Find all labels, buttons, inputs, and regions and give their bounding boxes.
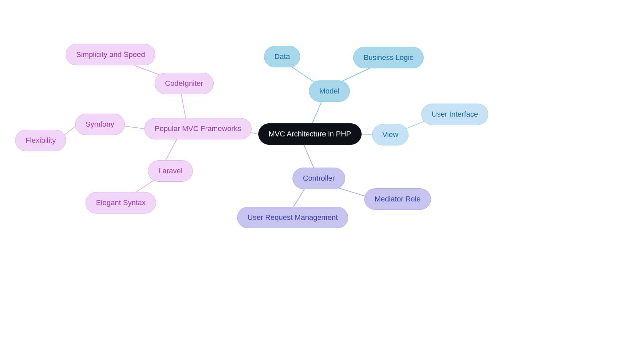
view-label: View — [382, 130, 398, 139]
business-logic-node[interactable]: Business Logic — [353, 47, 424, 68]
user-interface-label: User Interface — [432, 110, 478, 119]
user-interface-node[interactable]: User Interface — [421, 104, 488, 125]
mediator-node[interactable]: Mediator Role — [364, 188, 431, 210]
svg-line-1 — [181, 94, 186, 121]
codeigniter-label: CodeIgniter — [165, 79, 203, 88]
elegant-syntax-node[interactable]: Elegant Syntax — [86, 192, 156, 214]
laravel-node[interactable]: Laravel — [148, 160, 193, 182]
data-node[interactable]: Data — [264, 46, 300, 67]
user-request-node[interactable]: User Request Management — [237, 207, 348, 228]
frameworks-node[interactable]: Popular MVC Frameworks — [144, 118, 252, 139]
center-node[interactable]: MVC Architecture in PHP — [258, 123, 362, 145]
flexibility-label: Flexibility — [25, 136, 56, 145]
business-logic-label: Business Logic — [364, 53, 413, 62]
simplicity-node[interactable]: Simplicity and Speed — [66, 44, 155, 65]
svg-line-7 — [312, 101, 322, 124]
model-node[interactable]: Model — [309, 80, 350, 102]
model-label: Model — [319, 87, 339, 96]
symfony-node[interactable]: Symfony — [75, 114, 125, 135]
view-node[interactable]: View — [372, 124, 409, 145]
svg-line-2 — [134, 65, 161, 75]
controller-node[interactable]: Controller — [292, 168, 345, 189]
mediator-label: Mediator Role — [375, 195, 421, 203]
svg-line-8 — [292, 67, 315, 83]
codeigniter-node[interactable]: CodeIgniter — [155, 73, 214, 94]
svg-line-12 — [304, 144, 314, 168]
laravel-label: Laravel — [158, 167, 182, 175]
simplicity-label: Simplicity and Speed — [76, 50, 145, 59]
data-label: Data — [274, 52, 290, 61]
frameworks-label: Popular MVC Frameworks — [155, 124, 241, 133]
symfony-label: Symfony — [86, 120, 114, 129]
flexibility-node[interactable]: Flexibility — [15, 130, 66, 151]
svg-line-9 — [339, 67, 372, 83]
user-request-label: User Request Management — [248, 213, 338, 222]
svg-line-5 — [164, 137, 178, 163]
elegant-syntax-label: Elegant Syntax — [96, 198, 146, 207]
center-label: MVC Architecture in PHP — [269, 130, 351, 138]
controller-label: Controller — [303, 174, 335, 183]
svg-line-13 — [292, 188, 305, 209]
